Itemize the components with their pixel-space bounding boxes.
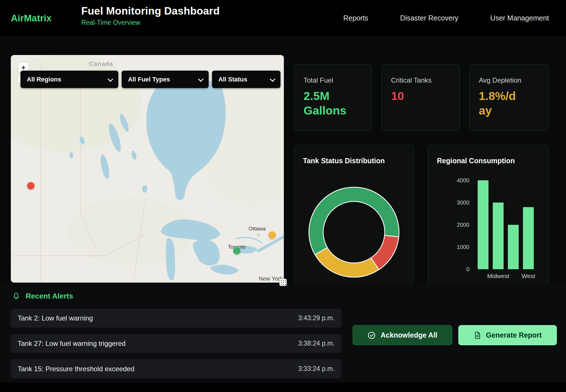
acknowledge-all-button[interactable]: Acknowledge All	[353, 325, 452, 345]
ottawa-town-dot	[257, 234, 259, 236]
bar	[493, 203, 504, 269]
recent-alerts-section: Recent Alerts Tank 2: Low fuel warning 3…	[0, 285, 566, 383]
alert-time: 3:43:29 p.m.	[298, 314, 341, 322]
check-circle-icon	[367, 331, 376, 340]
stat-value: 1.8%/day	[479, 89, 516, 118]
bar	[508, 225, 519, 269]
map-label-canada: Canada	[89, 60, 113, 67]
chevron-down-icon	[270, 76, 276, 82]
fuel-type-filter-dropdown[interactable]: All Fuel Types	[122, 71, 209, 88]
bar	[523, 207, 534, 269]
stat-card-critical-tanks: Critical Tanks 10	[382, 64, 460, 131]
bar-chart-title: Regional Consumption	[437, 157, 515, 165]
chevron-down-icon	[108, 76, 113, 82]
stat-label: Total Fuel	[304, 76, 363, 84]
stat-value: 2.5M Gallons	[304, 89, 353, 118]
alert-row[interactable]: Tank 27: Low fuel warning triggered 3:38…	[11, 334, 341, 353]
acknowledge-all-label: Acknowledge All	[380, 331, 437, 339]
map-label-ottawa: Ottawa	[249, 226, 266, 232]
alert-message: Tank 2: Low fuel warning	[11, 314, 93, 322]
tank-status-panel: Tank Status Distribution	[294, 145, 414, 285]
page-title: Fuel Monitoring Dashboard	[81, 5, 220, 17]
document-icon	[473, 331, 481, 339]
y-tick-label: 1000	[457, 244, 470, 250]
x-tick-label	[478, 273, 488, 279]
map-filters: All Regions All Fuel Types All Status	[21, 71, 280, 88]
bar	[478, 180, 488, 269]
x-tick-label: Midwest	[493, 273, 504, 279]
donut-segment	[315, 248, 379, 277]
drag-handle-icon[interactable]	[279, 279, 287, 286]
bar-yaxis: 01000200030004000	[428, 180, 469, 269]
status-filter-dropdown[interactable]: All Status	[212, 71, 280, 88]
alert-message: Tank 15: Pressure threshold exceeded	[11, 365, 135, 373]
map-canvas: Canada Ottawa Toronto New York	[11, 55, 284, 283]
bottom-strip	[0, 383, 566, 392]
y-tick-label: 0	[466, 266, 469, 273]
alert-message: Tank 27: Low fuel warning triggered	[11, 340, 126, 348]
status-filter-label: All Status	[218, 76, 247, 83]
stat-label: Critical Tanks	[391, 76, 451, 84]
alert-row[interactable]: Tank 2: Low fuel warning 3:43:29 p.m.	[11, 309, 341, 328]
stat-card-avg-depletion: Avg Depletion 1.8%/day	[469, 64, 549, 131]
title-block: Fuel Monitoring Dashboard Real-Time Over…	[81, 5, 220, 26]
brand-logo: AirMatrix	[11, 0, 52, 36]
alert-row[interactable]: Tank 15: Pressure threshold exceeded 3:3…	[11, 359, 341, 378]
nav-user-management[interactable]: User Management	[490, 14, 549, 22]
donut-chart	[294, 145, 414, 285]
region-filter-label: All Regions	[27, 76, 61, 83]
regional-consumption-panel: Regional Consumption 01000200030004000 M…	[428, 145, 549, 285]
generate-report-label: Generate Report	[486, 331, 542, 339]
tank-marker[interactable]	[268, 231, 276, 239]
alert-time: 3:33:24 p.m.	[298, 365, 341, 373]
generate-report-button[interactable]: Generate Report	[458, 325, 557, 345]
page-subtitle: Real-Time Overview	[81, 19, 220, 26]
nav-reports[interactable]: Reports	[343, 14, 368, 22]
header: AirMatrix Fuel Monitoring Dashboard Real…	[0, 0, 566, 36]
map[interactable]: Canada Ottawa Toronto New York + − All R…	[11, 55, 284, 283]
alerts-heading: Recent Alerts	[12, 292, 73, 301]
map-panel: Canada Ottawa Toronto New York + − All R…	[11, 55, 284, 283]
main-nav: Reports Disaster Recovery User Managemen…	[343, 0, 549, 36]
bar-xaxis: MidwestWest	[478, 273, 538, 279]
stat-label: Avg Depletion	[479, 76, 539, 84]
chevron-down-icon	[198, 76, 204, 82]
bell-icon	[12, 292, 21, 301]
fuel-dashboard: AirMatrix Fuel Monitoring Dashboard Real…	[0, 0, 566, 392]
region-filter-dropdown[interactable]: All Regions	[21, 71, 118, 88]
y-tick-label: 2000	[457, 222, 470, 228]
stat-card-total-fuel: Total Fuel 2.5M Gallons	[294, 64, 372, 131]
x-tick-label	[508, 273, 519, 279]
fuel-type-filter-label: All Fuel Types	[128, 76, 170, 83]
tank-marker[interactable]	[233, 247, 241, 254]
alerts-title: Recent Alerts	[26, 292, 73, 301]
alert-time: 3:38:24 p.m.	[298, 340, 341, 347]
nav-disaster-recovery[interactable]: Disaster Recovery	[400, 14, 458, 22]
stat-value: 10	[391, 89, 441, 103]
tank-marker[interactable]	[27, 182, 34, 189]
bar-plot	[478, 180, 538, 269]
y-tick-label: 3000	[457, 199, 470, 206]
y-tick-label: 4000	[457, 177, 470, 184]
x-tick-label: West	[523, 273, 534, 279]
